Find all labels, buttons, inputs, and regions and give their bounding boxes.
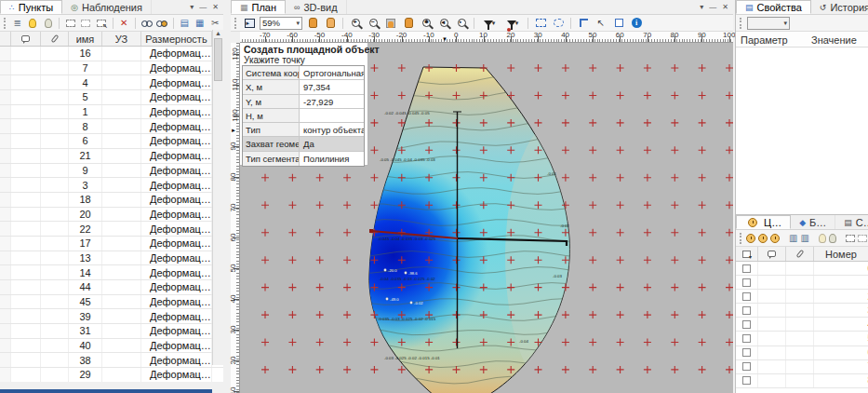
dialog-row-value[interactable]: Ортогональная xyxy=(300,66,364,79)
row-checkbox[interactable] xyxy=(742,334,751,343)
fit-view-icon[interactable] xyxy=(242,16,257,30)
pan-sheet-icon[interactable] xyxy=(401,16,416,30)
pointer-icon[interactable]: ↖ xyxy=(594,16,608,30)
left-table-scrollbar[interactable]: ▲ xyxy=(212,30,223,365)
row-selector-cell[interactable] xyxy=(0,134,11,148)
table-row[interactable]: 17Деформац… xyxy=(0,237,223,251)
row-selector-cell[interactable] xyxy=(0,208,11,222)
row-selector-cell[interactable] xyxy=(0,193,11,207)
cycle-row[interactable]: 8 xyxy=(736,374,868,388)
scrollbar-thumb[interactable] xyxy=(214,38,222,81)
deselect-all-icon[interactable] xyxy=(80,16,92,30)
tab-пункты[interactable]: ∴Пункты xyxy=(0,0,62,14)
table-row[interactable]: 20Деформац… xyxy=(0,208,223,223)
row-selector-cell[interactable] xyxy=(0,164,11,178)
column-header-row-selector[interactable] xyxy=(0,32,11,46)
tab-свойства[interactable]: ▤Свойства xyxy=(736,0,811,14)
row-checkbox[interactable] xyxy=(742,362,751,371)
tab-план[interactable]: ▦План xyxy=(231,0,286,14)
column-header-number[interactable]: Номер xyxy=(814,247,868,261)
select-all-icon[interactable] xyxy=(64,16,76,30)
row-selector-cell[interactable] xyxy=(0,119,11,133)
bulb-off-icon[interactable] xyxy=(42,16,54,30)
cycles-tab-icon[interactable] xyxy=(745,215,760,229)
tab-история[interactable]: ↺История xyxy=(811,0,868,14)
rect-select-icon[interactable] xyxy=(533,16,548,30)
row-selector-cell[interactable] xyxy=(0,251,11,265)
row-selector-cell[interactable] xyxy=(0,309,11,323)
toolbar-grip[interactable] xyxy=(4,18,7,29)
minimize-icon[interactable]: — xyxy=(199,3,207,11)
zoom-extents-icon[interactable]: ⁕ xyxy=(419,16,434,30)
checkbox-cell[interactable] xyxy=(736,346,758,359)
bulb-on-icon[interactable] xyxy=(26,16,38,30)
layer-visibility-icon[interactable]: ≣ xyxy=(11,16,23,30)
toolbar-grip[interactable] xyxy=(740,18,742,29)
zoom-selection-icon[interactable]: ▪ xyxy=(454,16,469,30)
table-row[interactable]: 3Деформац… xyxy=(0,178,223,193)
properties-filter-select[interactable]: ▾ xyxy=(747,17,790,30)
tab-ц-[interactable]: Ц… xyxy=(736,215,791,229)
table-row[interactable]: 4Деформац… xyxy=(0,75,223,90)
table-row[interactable]: 44Деформац… xyxy=(0,280,223,295)
column-header-select[interactable] xyxy=(736,247,758,261)
checkbox-cell[interactable] xyxy=(736,318,758,331)
table-row[interactable]: 38Деформац… xyxy=(0,353,223,368)
zoom-out-icon[interactable]: − xyxy=(366,16,381,30)
cycle-row[interactable]: 5 xyxy=(736,332,868,346)
row-checkbox[interactable] xyxy=(742,306,751,315)
row-checkbox[interactable] xyxy=(742,320,751,329)
dialog-row-value[interactable]: Полилиния xyxy=(300,152,364,166)
ortho-corner-icon[interactable] xyxy=(576,16,591,30)
row-selector-cell[interactable] xyxy=(0,324,11,338)
dialog-row[interactable]: Н, м xyxy=(243,109,364,123)
row-checkbox[interactable] xyxy=(742,278,751,287)
row-selector-cell[interactable] xyxy=(0,280,11,294)
move-column-left-icon[interactable]: ▥ xyxy=(789,231,797,245)
menu-caret-icon[interactable]: ▾ xyxy=(190,3,194,11)
row-selector-cell[interactable] xyxy=(0,339,11,353)
bulb-dim-icon[interactable] xyxy=(819,231,826,245)
drag-hand-icon[interactable] xyxy=(323,16,338,30)
table-row[interactable]: 8Деформац… xyxy=(0,119,223,134)
tab-б-[interactable]: ◆Б… xyxy=(791,215,835,229)
select-all-icon[interactable] xyxy=(846,231,855,245)
checkbox-cell[interactable] xyxy=(736,360,758,373)
filter-icon[interactable]: ▾ xyxy=(479,16,500,30)
checkbox-cell[interactable] xyxy=(736,262,758,275)
table-row[interactable]: 1Деформац… xyxy=(0,105,223,120)
scroll-up-icon[interactable]: ▲ xyxy=(215,30,221,36)
row-selector-cell[interactable] xyxy=(0,61,11,75)
dialog-row[interactable]: Типконтур объекта xyxy=(243,123,364,137)
bulb-off-icon[interactable] xyxy=(829,231,836,245)
dialog-row-value[interactable]: -27,929 xyxy=(300,95,364,108)
move-column-right-icon[interactable]: ▥ xyxy=(800,231,808,245)
table-row[interactable]: 14Деформац… xyxy=(0,265,223,280)
zoom-in-icon[interactable]: + xyxy=(348,16,363,30)
zoom-previous-icon[interactable]: ◂ xyxy=(436,16,451,30)
table-row[interactable]: 9Деформац… xyxy=(0,164,223,179)
invert-selection-icon[interactable] xyxy=(95,16,107,30)
cycle-edit-icon[interactable] xyxy=(758,231,768,245)
tab-3d-вид[interactable]: ∞3D-вид xyxy=(286,0,347,14)
properties-form-icon[interactable]: ▤ xyxy=(179,16,191,30)
row-checkbox[interactable] xyxy=(742,264,751,273)
table-row[interactable]: 39Деформац… xyxy=(0,309,223,324)
column-header-comment[interactable] xyxy=(11,32,41,46)
zoom-level-select[interactable]: 59% ▾ xyxy=(260,17,302,30)
cycle-row[interactable]: 7 xyxy=(736,360,868,374)
cycle-delete-icon[interactable] xyxy=(770,231,780,245)
column-header-uz[interactable]: УЗ xyxy=(102,32,141,46)
table-row[interactable]: 6Деформац… xyxy=(0,134,223,149)
dialog-row[interactable]: Система коорди…Ортогональная xyxy=(243,66,364,80)
dialog-row-value[interactable]: Да xyxy=(300,137,364,150)
dialog-row[interactable]: X, м97,354 xyxy=(243,80,364,94)
table-row[interactable]: 40Деформац… xyxy=(0,339,223,354)
tab-наблюдения[interactable]: ◎Наблюдения xyxy=(62,0,152,14)
tools-icon[interactable]: ✂ xyxy=(209,16,221,30)
close-icon[interactable]: ✕ xyxy=(722,3,728,11)
column-header-parameter[interactable]: Параметр xyxy=(736,32,807,47)
dialog-row[interactable]: Y, м-27,929 xyxy=(243,95,364,109)
row-selector-cell[interactable] xyxy=(0,353,11,367)
pan-hand-icon[interactable] xyxy=(305,16,320,30)
